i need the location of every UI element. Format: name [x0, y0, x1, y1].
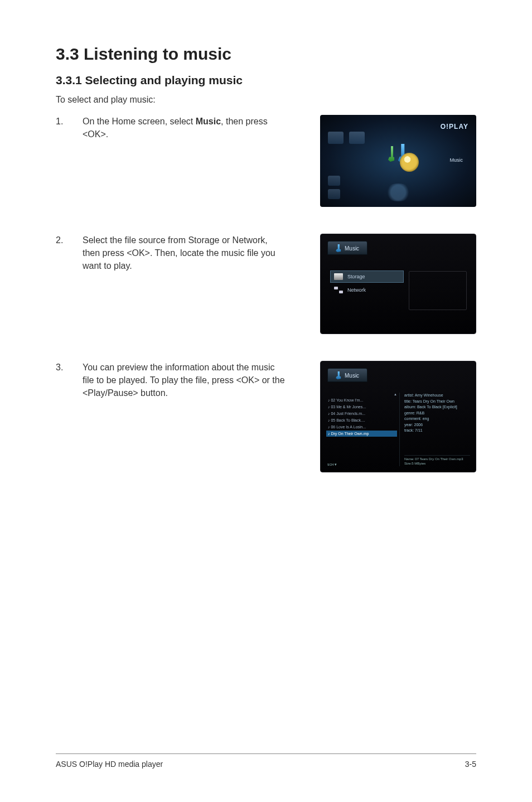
meta-track: track: 7/11 — [404, 428, 470, 434]
step-2: 2. Select the file source from Storage o… — [56, 234, 476, 334]
track-metadata: artist: Amy Winehouse title: Tears Dry O… — [404, 393, 470, 466]
step-1-text: 1. On the Home screen, select Music, the… — [56, 115, 287, 141]
file-name: Name: 07 Tears Dry On Their Own.mp3 — [404, 457, 470, 462]
music-tab-label: Music — [345, 373, 359, 379]
step-1: 1. On the Home screen, select Music, the… — [56, 115, 476, 207]
meta-title: title: Tears Dry On Their Own — [404, 399, 470, 405]
home-center-music — [381, 144, 415, 171]
step-1-bold: Music — [196, 117, 221, 126]
oplay-logo: O!PLAY — [441, 123, 468, 131]
music-note-green-icon — [384, 146, 395, 162]
track-item[interactable]: ♪ 06 Love Is A Losin... — [326, 424, 397, 430]
home-icon-photo — [328, 176, 340, 186]
footer-product: ASUS O!Play HD media player — [56, 760, 163, 769]
track-item[interactable]: ♪ 02 You Know I'm... — [326, 397, 397, 403]
meta-genre: genre: R&B — [404, 410, 470, 417]
step-3-text: 3. You can preview the information about… — [56, 361, 287, 400]
music-tab-header: Music — [327, 241, 367, 255]
source-label: Network — [347, 287, 366, 293]
subsection-title: 3.3.1 Selecting and playing music — [56, 74, 476, 87]
home-icon-settings — [328, 132, 344, 144]
track-item-selected[interactable]: ♪ Dry On Their Own.mp — [326, 431, 397, 437]
source-list: Storage Network — [331, 271, 403, 298]
step-1-pre: On the Home screen, select — [83, 117, 196, 126]
section-title: 3.3 Listening to music — [56, 45, 476, 64]
intro-text: To select and play music: — [56, 95, 476, 105]
music-tab: Music — [327, 368, 367, 382]
home-top-icons — [328, 132, 365, 144]
home-icon-video — [349, 132, 365, 144]
step-2-text: 2. Select the file source from Storage o… — [56, 234, 287, 273]
music-note-icon — [333, 244, 341, 252]
source-label: Storage — [347, 274, 365, 279]
screenshot-source: Music Storage Network — [320, 234, 476, 334]
screenshot-tracks: Music ▲ ♪ 02 You Know I'm... ♪ 03 Me & M… — [320, 361, 476, 472]
source-item-network[interactable]: Network — [331, 284, 403, 296]
meta-comment: comment: eng — [404, 416, 470, 422]
track-position: 9/24 ▼ — [327, 463, 337, 466]
home-side-icons — [328, 176, 340, 199]
scroll-up-icon[interactable]: ▲ — [326, 393, 397, 396]
scroll-down-icon[interactable]: ▼ — [334, 463, 337, 466]
music-tab-header: Music — [327, 368, 367, 382]
music-note-icon — [333, 371, 341, 379]
page-footer: ASUS O!Play HD media player 3-5 — [56, 753, 476, 769]
track-item[interactable]: ♪ 04 Just Friends.m... — [326, 410, 397, 417]
track-item[interactable]: ♪ 05 Back To Black.... — [326, 417, 397, 423]
footer-page-number: 3-5 — [465, 760, 476, 769]
drive-icon — [334, 273, 343, 280]
step-number: 2. — [56, 234, 67, 273]
step-3-body: You can preview the information about th… — [83, 361, 287, 400]
screenshot-home: O!PLAY Music — [320, 115, 476, 207]
music-icon — [381, 144, 415, 171]
file-size: Size:5 MBytes — [404, 462, 470, 466]
meta-artist: artist: Amy Winehouse — [404, 393, 470, 399]
music-tab: Music — [327, 241, 367, 255]
meta-album: album: Back To Black [Explicit] — [404, 404, 470, 410]
network-icon — [334, 287, 343, 293]
source-preview-panel — [409, 271, 467, 310]
home-icon-files — [328, 189, 340, 199]
disc-icon — [400, 153, 419, 172]
step-3: 3. You can preview the information about… — [56, 361, 476, 472]
home-music-label: Music — [449, 157, 463, 163]
step-2-body: Select the file source from Storage or N… — [83, 234, 287, 273]
step-number: 3. — [56, 361, 67, 400]
music-tab-label: Music — [345, 245, 359, 252]
track-item[interactable]: ♪ 03 Me & Mr Jones... — [326, 404, 397, 410]
home-reflection — [383, 183, 414, 201]
track-list: ▲ ♪ 02 You Know I'm... ♪ 03 Me & Mr Jone… — [326, 393, 400, 466]
source-item-storage[interactable]: Storage — [331, 271, 403, 282]
step-number: 1. — [56, 115, 67, 141]
meta-year: year: 2006 — [404, 422, 470, 428]
